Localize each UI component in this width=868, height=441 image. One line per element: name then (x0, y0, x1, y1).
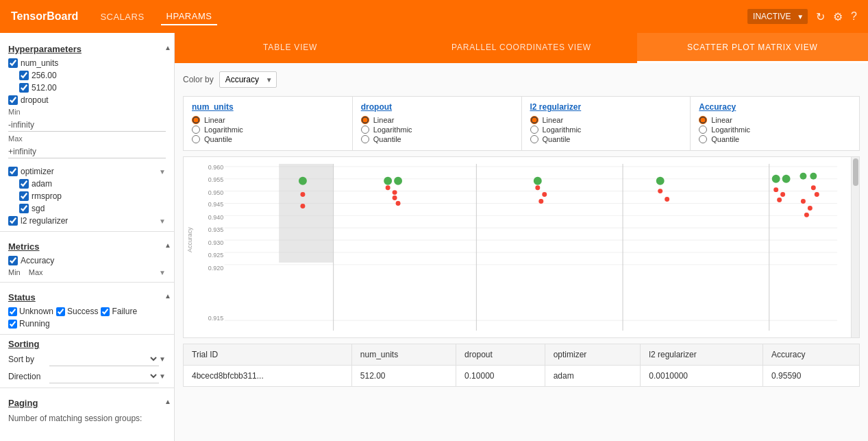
cb-adam-input[interactable] (19, 179, 29, 189)
svg-point-30 (656, 177, 665, 185)
svg-point-53 (815, 192, 819, 197)
cb-512-input[interactable] (19, 83, 29, 93)
svg-point-31 (772, 175, 780, 183)
chart-scrollbar[interactable] (851, 157, 859, 337)
svg-text:0.945: 0.945 (208, 201, 223, 208)
col-optimizer[interactable]: optimizer (545, 344, 641, 366)
cb-sgd-input[interactable] (19, 204, 29, 213)
chart-scrollbar-thumb[interactable] (853, 158, 858, 186)
cb-success-input[interactable] (56, 307, 65, 316)
axis-panels: num_units Linear Logarithmic Quantile (183, 96, 860, 151)
cb-sgd-label: sgd (32, 204, 45, 213)
paging-scroll-up[interactable]: ▲ (164, 398, 171, 405)
sidebar: Hyperparameters ▲ num_units 256.00 512.0… (0, 33, 175, 441)
axis-title-num_units[interactable]: num_units (192, 102, 344, 112)
sort-by-select[interactable] (49, 352, 159, 366)
axis-title-dropout[interactable]: dropout (361, 102, 513, 112)
optimizer-expand: ▼ (159, 168, 166, 176)
radio-l2-log: Logarithmic (530, 126, 682, 134)
nav: SCALARS HPARAMS (95, 8, 731, 25)
tab-scatter-plot-matrix[interactable]: SCATTER PLOT MATRIX VIEW (637, 33, 868, 63)
axis-title-accuracy[interactable]: Accuracy (699, 102, 851, 112)
svg-point-37 (386, 185, 390, 190)
cb-accuracy-input[interactable] (8, 256, 18, 265)
status-select[interactable]: INACTIVE (747, 9, 808, 24)
status-title[interactable]: Status (0, 287, 44, 305)
help-icon[interactable]: ? (851, 10, 857, 23)
radio-dropout-linear: Linear (361, 116, 513, 124)
cb-optimizer-label: optimizer (21, 167, 54, 176)
metrics-title[interactable]: Metrics (0, 236, 48, 254)
min-label: Min (0, 106, 174, 117)
radio-accuracy-log-input[interactable] (699, 126, 707, 134)
divider-2 (0, 282, 174, 283)
cb-failure: Failure (101, 307, 137, 316)
cb-running-label: Running (19, 319, 50, 329)
direction-select[interactable] (49, 369, 159, 383)
svg-point-34 (810, 173, 817, 180)
radio-dropout-log-input[interactable] (361, 126, 369, 134)
sidebar-scroll-up[interactable]: ▲ (164, 44, 171, 51)
cb-l2-input[interactable] (8, 216, 18, 226)
cb-dropout-label: dropout (21, 95, 49, 105)
tab-table-view[interactable]: TABLE VIEW (175, 33, 406, 63)
sort-by-arrow: ▼ (159, 355, 166, 363)
svg-point-33 (799, 173, 806, 180)
radio-num_units-log-input[interactable] (192, 126, 200, 134)
col-accuracy[interactable]: Accuracy (763, 344, 860, 366)
axis-title-l2[interactable]: l2 regularizer (530, 102, 682, 112)
radio-num_units-quantile-input[interactable] (192, 135, 200, 143)
min-input[interactable] (8, 119, 166, 132)
settings-icon[interactable]: ⚙ (833, 10, 843, 23)
radio-dropout-linear-input[interactable] (361, 116, 369, 124)
col-dropout[interactable]: dropout (456, 344, 545, 366)
radio-l2-log-input[interactable] (530, 126, 538, 134)
color-by-select[interactable]: Accuracy (219, 71, 277, 88)
cb-num_units-input[interactable] (8, 58, 18, 68)
svg-point-51 (804, 213, 809, 217)
color-by-row: Color by Accuracy ▼ (183, 71, 860, 88)
cell-dropout: 0.10000 (456, 366, 545, 387)
main-layout: Hyperparameters ▲ num_units 256.00 512.0… (0, 33, 868, 441)
cb-512-label: 512.00 (32, 83, 57, 93)
cb-l2-label: l2 regularizer (21, 216, 68, 226)
cb-running-input[interactable] (8, 320, 17, 329)
tab-parallel-coordinates[interactable]: PARALLEL COORDINATES VIEW (406, 33, 636, 63)
color-by-wrapper: Accuracy ▼ (219, 71, 277, 88)
cb-dropout-input[interactable] (8, 95, 18, 105)
cb-sgd: sgd (0, 202, 174, 215)
cb-success-label: Success (67, 307, 98, 316)
cb-accuracy: Accuracy (0, 254, 174, 267)
metrics-scroll-up[interactable]: ▲ (164, 241, 171, 249)
col-num_units[interactable]: num_units (351, 344, 456, 366)
l2-expand: ▼ (159, 217, 166, 225)
nav-scalars[interactable]: SCALARS (95, 9, 149, 25)
cb-failure-input[interactable] (101, 307, 110, 316)
cb-failure-label: Failure (112, 307, 137, 316)
radio-accuracy-quantile-input[interactable] (699, 135, 707, 143)
col-trial-id[interactable]: Trial ID (184, 344, 352, 366)
cb-optimizer-input[interactable] (8, 167, 18, 176)
hyperparameters-title[interactable]: Hyperparameters (0, 38, 90, 57)
radio-dropout-quantile-input[interactable] (361, 135, 369, 143)
status-scroll-up[interactable]: ▲ (164, 292, 171, 300)
cb-unknown-input[interactable] (8, 307, 17, 316)
nav-hparams[interactable]: HPARAMS (161, 8, 218, 25)
cell-num_units: 512.00 (351, 366, 456, 387)
svg-point-52 (811, 185, 816, 190)
radio-l2-quantile-input[interactable] (530, 135, 538, 143)
max-input[interactable] (8, 145, 166, 158)
radio-num_units-linear-input[interactable] (192, 116, 200, 124)
data-table: Trial ID num_units dropout optimizer l2 … (183, 344, 860, 387)
cb-rmsprop: rmsprop (0, 190, 174, 202)
radio-l2-linear-input[interactable] (530, 116, 538, 124)
cb-rmsprop-input[interactable] (19, 191, 29, 201)
radio-dropout-quantile: Quantile (361, 135, 513, 143)
cb-256-input[interactable] (19, 71, 29, 80)
radio-num_units-quantile: Quantile (192, 135, 344, 143)
svg-point-38 (393, 190, 397, 195)
col-l2[interactable]: l2 regularizer (641, 344, 763, 366)
cell-accuracy: 0.95590 (763, 366, 860, 387)
radio-accuracy-linear-input[interactable] (699, 116, 707, 124)
refresh-icon[interactable]: ↻ (816, 10, 825, 23)
